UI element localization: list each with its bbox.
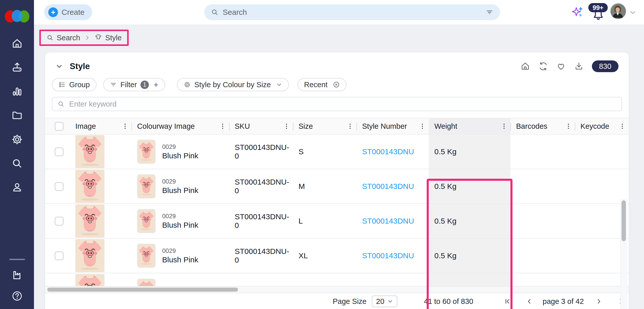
filter-chip[interactable]: Filter 1 + xyxy=(103,78,165,91)
sidebar-item-home[interactable] xyxy=(11,37,23,50)
vertical-scrollbar[interactable] xyxy=(620,199,627,309)
keyword-search-input[interactable] xyxy=(69,100,616,109)
account-menu-chevron-icon[interactable] xyxy=(629,9,637,16)
table-row[interactable]: 0029 Blush Pink ST000143DNU-0 L ST000143… xyxy=(45,204,629,239)
colourway-thumbnail[interactable] xyxy=(137,140,156,164)
sidebar-item-help[interactable] xyxy=(11,290,23,302)
column-header-sku[interactable]: SKU xyxy=(229,118,293,134)
global-search-bar[interactable] xyxy=(204,4,500,20)
table-row[interactable]: 0029 Blush Pink ST000143DNU-0 M ST000143… xyxy=(45,169,629,204)
page-size-select[interactable]: 20 xyxy=(372,295,397,307)
colourway-thumbnail[interactable] xyxy=(137,244,156,268)
column-header-style-number[interactable]: Style Number xyxy=(356,118,429,134)
app-screen: + Create 99+ Search Style xyxy=(0,0,644,309)
size-cell: S xyxy=(293,135,356,169)
first-page-button[interactable] xyxy=(502,296,512,306)
ai-sparkle-icon[interactable] xyxy=(571,6,583,18)
remove-recent-icon[interactable] xyxy=(333,81,340,88)
column-header-barcodes[interactable]: Barcodes xyxy=(510,118,575,134)
vertical-scrollbar-thumb[interactable] xyxy=(622,200,626,241)
column-header-size[interactable]: Size xyxy=(293,118,356,134)
table-row[interactable]: 0029 Blush Pink ST000143DNU-0 XL ST00014… xyxy=(45,239,629,273)
select-all-checkbox[interactable] xyxy=(55,122,64,131)
table-row[interactable]: 0029 xyxy=(45,273,629,286)
table-row[interactable]: 0029 Blush Pink ST000143DNU-0 S ST000143… xyxy=(45,135,629,169)
sidebar-item-factory[interactable] xyxy=(11,269,23,281)
image-cell xyxy=(70,239,132,273)
style-number-link[interactable]: ST000143DNU xyxy=(362,251,414,260)
style-number-cell: ST000143DNU xyxy=(356,135,429,169)
home-icon[interactable] xyxy=(520,61,530,71)
column-menu-icon[interactable] xyxy=(283,122,290,130)
breadcrumb-item-search[interactable]: Search xyxy=(46,34,80,42)
sku-cell xyxy=(229,273,293,286)
add-filter-icon[interactable]: + xyxy=(153,80,159,89)
column-header-colourway-image[interactable]: Colourway Image xyxy=(132,118,229,134)
chevron-down-icon xyxy=(276,82,282,88)
column-menu-icon[interactable] xyxy=(618,122,626,130)
colourway-thumbnail[interactable] xyxy=(137,174,156,198)
search-icon xyxy=(46,34,54,41)
pagination-footer: Page Size 20 41 to 60 of 830 page 3 of 4… xyxy=(45,293,629,309)
barcodes-cell xyxy=(510,273,575,286)
style-number-link[interactable]: ST000143DNU xyxy=(362,147,414,156)
sidebar-item-upload[interactable] xyxy=(11,61,23,74)
notifications-button[interactable]: 99+ xyxy=(590,7,606,22)
user-avatar[interactable] xyxy=(610,3,626,19)
create-button[interactable]: + Create xyxy=(44,4,92,20)
row-checkbox[interactable] xyxy=(55,251,64,260)
global-search-input[interactable] xyxy=(222,8,482,17)
group-chip[interactable]: Group xyxy=(52,78,97,91)
breadcrumb-item-style[interactable]: Style xyxy=(94,34,122,42)
column-header-weight[interactable]: Weight xyxy=(429,118,510,134)
product-image[interactable] xyxy=(75,135,104,168)
app-logo[interactable] xyxy=(4,7,30,26)
favorite-heart-icon[interactable] xyxy=(556,61,566,71)
refresh-icon[interactable] xyxy=(538,61,548,71)
colourway-thumbnail[interactable] xyxy=(137,279,156,286)
recent-chip[interactable]: Recent xyxy=(297,78,347,91)
barcodes-cell xyxy=(510,169,575,203)
style-number-link[interactable]: ST000143DNU xyxy=(362,182,414,191)
partial-table-row[interactable]: 0029 xyxy=(45,273,629,286)
row-checkbox[interactable] xyxy=(55,147,64,156)
column-menu-icon[interactable] xyxy=(121,122,129,130)
sidebar-item-profile[interactable] xyxy=(11,181,23,194)
download-icon[interactable] xyxy=(574,61,584,71)
row-checkbox[interactable] xyxy=(55,217,64,226)
results-table: Image Colourway Image SKU Size Style Num… xyxy=(45,118,629,286)
colourway-thumbnail[interactable] xyxy=(137,209,156,233)
horizontal-scrollbar[interactable] xyxy=(45,286,629,293)
search-filter-icon[interactable] xyxy=(486,8,493,16)
column-menu-icon[interactable] xyxy=(419,122,426,130)
product-image[interactable] xyxy=(75,204,104,238)
product-image[interactable] xyxy=(75,239,104,272)
colour-code: 0029 xyxy=(162,213,198,220)
product-image[interactable] xyxy=(75,170,104,203)
image-cell xyxy=(70,204,132,238)
keyword-search-bar[interactable] xyxy=(52,97,622,111)
column-header-keycode[interactable]: Keycode xyxy=(575,118,629,134)
row-checkbox[interactable] xyxy=(55,182,64,191)
size-cell: L xyxy=(293,204,356,238)
product-image[interactable] xyxy=(75,274,104,286)
previous-page-button[interactable] xyxy=(524,296,534,306)
results-panel: Style 830 Group Filter 1 + xyxy=(45,53,629,309)
next-page-button[interactable] xyxy=(594,296,604,306)
column-menu-icon[interactable] xyxy=(346,122,354,130)
column-menu-icon[interactable] xyxy=(500,122,508,130)
column-header-image[interactable]: Image xyxy=(70,118,132,134)
view-icon xyxy=(184,81,191,88)
sidebar-item-analytics[interactable] xyxy=(11,85,23,98)
view-mode-chip[interactable]: Style by Colour by Size xyxy=(177,78,289,91)
colour-name: Blush Pink xyxy=(162,151,198,160)
horizontal-scrollbar-thumb[interactable] xyxy=(47,288,238,292)
sidebar-item-folders[interactable] xyxy=(11,109,23,122)
row-checkbox-cell xyxy=(45,273,70,286)
style-number-link[interactable]: ST000143DNU xyxy=(362,217,414,225)
sidebar-item-search[interactable] xyxy=(11,157,23,170)
collapse-chevron-icon[interactable] xyxy=(55,62,63,70)
column-menu-icon[interactable] xyxy=(565,122,572,130)
column-menu-icon[interactable] xyxy=(219,122,226,130)
sidebar-item-settings[interactable] xyxy=(11,133,23,146)
